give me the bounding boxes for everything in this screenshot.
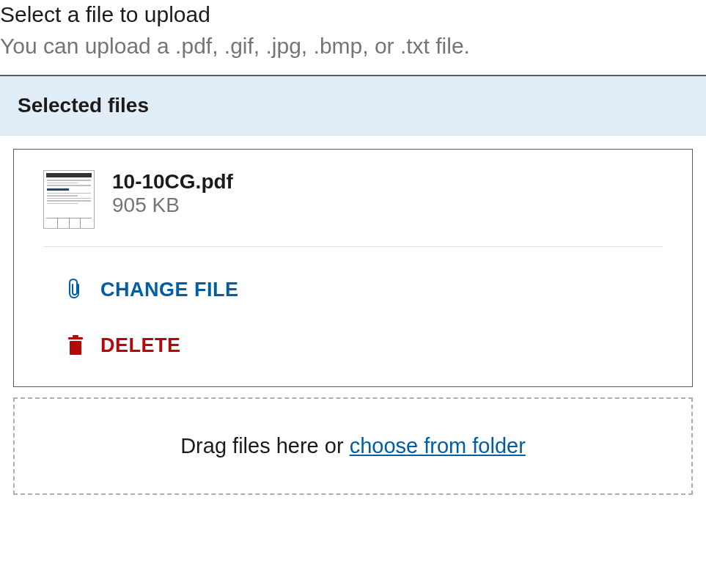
delete-file-label: DELETE [100,334,181,357]
file-actions: CHANGE FILE DELETE [43,247,663,357]
choose-from-folder-link[interactable]: choose from folder [350,434,526,457]
file-size: 905 KB [112,194,233,217]
selected-files-header: Selected files [0,76,706,136]
change-file-label: CHANGE FILE [100,279,239,301]
dropzone-text: Drag files here or choose from folder [180,434,526,457]
file-info-row: 10-10CG.pdf 905 KB [43,170,663,247]
dropzone[interactable]: Drag files here or choose from folder [13,397,693,495]
delete-file-button[interactable]: DELETE [67,334,663,357]
file-meta: 10-10CG.pdf 905 KB [112,170,233,217]
selected-files-heading: Selected files [18,94,688,117]
svg-rect-1 [68,337,83,339]
trash-icon [67,334,84,357]
dropzone-prefix: Drag files here or [180,434,350,457]
file-thumbnail-icon [43,170,95,229]
upload-panel: Selected files [0,75,706,508]
panel-body: 10-10CG.pdf 905 KB CHANGE FILE [0,136,706,508]
change-file-button[interactable]: CHANGE FILE [67,278,663,301]
file-card: 10-10CG.pdf 905 KB CHANGE FILE [13,149,693,387]
svg-rect-0 [70,341,81,355]
upload-header: Select a file to upload You can upload a… [0,0,706,75]
paperclip-icon [67,278,84,301]
svg-rect-2 [73,335,78,337]
upload-title: Select a file to upload [0,0,706,29]
file-name: 10-10CG.pdf [112,170,233,194]
upload-subtitle: You can upload a .pdf, .gif, .jpg, .bmp,… [0,32,706,60]
